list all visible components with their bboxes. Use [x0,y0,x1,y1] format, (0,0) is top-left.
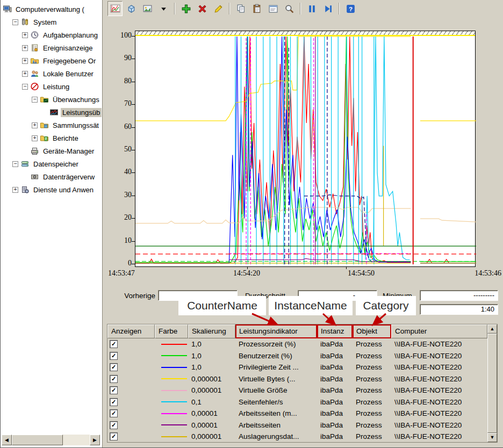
scroll-right-button[interactable]: ▶ [90,435,100,445]
y-axis-tick-label: 60 [109,122,132,131]
add-counter-button[interactable] [178,1,193,16]
tree-item-sammlungssät[interactable]: +Sammlungssät [32,119,102,131]
cell-anzeigen: ✓ [107,375,155,383]
tree-item-label[interactable]: Datenträgerverw [41,172,96,182]
report-view-button[interactable] [140,1,155,16]
column-header-instanz[interactable]: Instanz [317,324,353,338]
tree-item-leistung[interactable]: −Leistung [22,81,102,92]
tree-item-label[interactable]: Überwachungs [51,95,101,104]
expand-icon[interactable]: + [22,32,28,38]
horizontal-scrollbar-thumb[interactable] [12,435,63,445]
counter-row[interactable]: ✓0,000001Auslagerungsdat...ibaPdaProzess… [107,431,497,443]
tree-item-dienste-und-anwen[interactable]: +Dienste und Anwen [12,184,102,196]
tree-item-label[interactable]: Berichte [51,134,80,143]
counter-row[interactable]: ✓0,000001Virtuelle Bytes (...ibaPdaProze… [107,373,497,385]
copy-properties-button[interactable] [233,1,248,16]
tree-item-datenspeicher[interactable]: −Datenspeicher [12,158,102,170]
counter-color-swatch [161,413,187,414]
tree-item-label[interactable]: Sammlungssät [51,121,100,130]
properties-button[interactable] [265,1,281,16]
tree-item-label[interactable]: Leistungsüb [61,108,102,117]
cell-anzeigen: ✓ [107,340,155,348]
tree-item-label[interactable]: Lokale Benutzer [41,69,95,78]
svg-text:!: ! [35,48,36,51]
tree-item-datenträgerverw[interactable]: Datenträgerverw [22,171,102,183]
counter-row[interactable]: ✓0,000001Virtuelle GrößeibaPdaProzess\\I… [107,385,497,396]
cell-objekt: Prozess [353,421,391,429]
tree-item-überwachungs[interactable]: −Überwachungs [32,93,102,105]
zoom-button[interactable] [282,1,297,16]
tree-item-ereignisanzeige[interactable]: +!Ereignisanzeige [22,42,102,54]
column-header-objekt[interactable]: Objekt [353,324,391,338]
column-header-farbe[interactable]: Farbe [155,324,188,338]
tree-item-lokale-benutzer[interactable]: +Lokale Benutzer [22,68,102,80]
show-counter-checkbox[interactable]: ✓ [110,398,118,406]
expand-icon[interactable]: + [22,71,28,77]
tree-item-freigegebene-or[interactable]: +Freigegebene Or [22,55,102,67]
counter-row[interactable]: ✓1,0Prozessorzeit (%)ibaPdaProzess\\IBA-… [107,338,497,350]
expand-icon[interactable]: + [22,45,28,51]
show-counter-checkbox[interactable]: ✓ [110,375,118,383]
show-counter-checkbox[interactable]: ✓ [110,409,118,417]
tree-item-geräte-manager[interactable]: Geräte-Manager [22,145,102,157]
collapse-icon[interactable]: − [12,19,18,25]
collapse-icon[interactable]: − [22,84,28,90]
scroll-down-button[interactable]: ▼ [487,433,497,442]
expand-icon[interactable]: + [32,122,38,128]
pause-button[interactable] [304,1,319,16]
tree-item-label[interactable]: Datenspeicher [32,160,80,169]
tree-item-label[interactable]: Dienste und Anwen [32,185,95,194]
counter-row[interactable]: ✓0,1Seitenfehler/sibaPdaProzess\\IBA-FUE… [107,396,497,408]
show-counter-checkbox[interactable]: ✓ [110,340,118,348]
help-button[interactable]: ? [343,1,358,16]
tree-item-label[interactable]: Freigegebene Or [41,56,97,66]
tree-item-leistungsüb[interactable]: Leistungsüb [41,106,102,118]
paste-counter-list-button[interactable] [249,1,264,16]
delete-counter-button[interactable] [195,1,210,16]
tree-item-label[interactable]: Aufgabenplanung [41,31,99,40]
tree-item-label[interactable]: Ereignisanzeige [41,44,95,53]
show-counter-checkbox[interactable]: ✓ [110,363,118,371]
chart-view-button[interactable] [107,1,123,16]
show-counter-checkbox[interactable]: ✓ [110,386,118,394]
toolbar-separator [229,3,230,15]
highlight-button[interactable] [211,1,226,16]
tree-item-berichte[interactable]: +Berichte [32,132,102,144]
tree-item-label[interactable]: Computerverwaltung ( [14,5,86,14]
tree-item-computerverwaltung-[interactable]: Computerverwaltung ( [3,3,102,15]
vertical-scrollbar-thumb[interactable] [487,334,497,433]
column-header-skalierung[interactable]: Skalierung [188,324,235,338]
tree-item-aufgabenplanung[interactable]: +Aufgabenplanung [22,29,102,41]
column-header-computer[interactable]: Computer [391,324,487,338]
cell-leistungsindikator: Prozessorzeit (%) [235,340,317,348]
tree-item-label[interactable]: Geräte-Manager [41,147,96,156]
scroll-left-button[interactable]: ◀ [2,435,12,445]
cube-view-button[interactable] [124,1,139,16]
show-counter-checkbox[interactable]: ✓ [110,421,118,429]
update-data-button[interactable] [320,1,335,16]
computer-icon [3,5,12,13]
counter-row[interactable]: ✓0,00001ArbeitsseitenibaPdaProzess\\IBA-… [107,420,497,431]
column-header-anzeigen[interactable]: Anzeigen [107,324,155,338]
series-prozessorzeit- [135,37,411,263]
counter-row[interactable]: ✓1,0Benutzerzeit (%)ibaPdaProzess\\IBA-F… [107,350,497,362]
scroll-up-button[interactable]: ▲ [487,324,497,334]
chart-plot-area[interactable] [135,31,476,267]
cell-computer: \\IBA-FUE-NOTE220 [391,386,487,394]
x-axis-tick-mark [247,267,248,269]
tree-item-label[interactable]: System [32,18,58,27]
counter-row[interactable]: ✓0,00001Arbeitsseiten (m...ibaPdaProzess… [107,408,497,420]
collapse-icon[interactable]: − [32,97,38,103]
expand-icon[interactable]: + [22,58,28,64]
show-counter-checkbox[interactable]: ✓ [110,432,118,440]
expand-icon[interactable]: + [32,135,38,141]
tree-item-label[interactable]: Leistung [41,82,71,91]
dropdown-arrow-button[interactable] [156,1,171,16]
collapse-icon[interactable]: − [12,161,18,167]
tree-item-system[interactable]: −System [12,16,102,28]
column-header-leistungsindikator[interactable]: Leistungsindikator [235,324,317,338]
counter-row[interactable]: ✓1,0Privilegierte Zeit ...ibaPdaProzess\… [107,362,497,373]
expand-icon[interactable]: + [12,187,18,193]
performance-monitor-icon [49,108,59,117]
show-counter-checkbox[interactable]: ✓ [110,352,118,360]
